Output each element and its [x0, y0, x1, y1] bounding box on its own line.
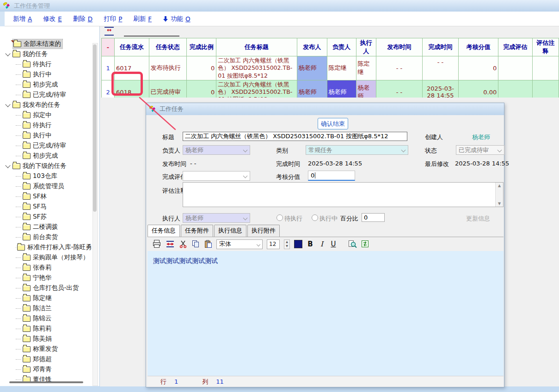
table-cell[interactable]: 0	[187, 80, 216, 98]
title-input[interactable]: 二次加工 内六角螺丝（铁黑色） XSDD250315002.TB-01 按图纸φ…	[183, 132, 407, 141]
table-cell[interactable]: 0	[458, 56, 498, 80]
column-header[interactable]: 任务状态	[149, 38, 187, 56]
table-cell[interactable]: - -	[376, 80, 422, 98]
tree-item[interactable]: 我发布的任务	[1, 100, 93, 110]
table-cell[interactable]: - -	[423, 56, 459, 80]
column-header[interactable]: 完成比例	[187, 38, 216, 56]
tree-vertical-scrollbar[interactable]	[92, 43, 98, 386]
tree-horizontal-scrollbar[interactable]	[3, 380, 92, 384]
tree-item[interactable]: 采购跟单（对接琴）	[1, 252, 93, 263]
task-content-editor[interactable]: 测试测试测试测试测试	[147, 251, 504, 376]
font-family-combobox[interactable]: 宋体	[216, 239, 263, 249]
tree-item[interactable]: 系统管理员	[1, 181, 93, 191]
preview-search-icon[interactable]	[348, 240, 357, 248]
chevron-down-icon[interactable]	[4, 52, 12, 57]
tab-exec-info[interactable]: 执行信息	[214, 225, 246, 237]
column-header[interactable]: -	[102, 38, 115, 56]
column-header[interactable]: 任务流水	[115, 38, 149, 56]
step-down-icon[interactable]: ▼	[284, 244, 289, 249]
tab-task-info[interactable]: 任务信息	[147, 225, 180, 237]
evaluation-combobox[interactable]	[183, 171, 250, 181]
tree-item[interactable]: 初步完成	[1, 151, 93, 161]
refresh-content-icon[interactable]	[361, 240, 369, 248]
tree-item[interactable]: 陈美娟	[1, 334, 93, 344]
percent-input[interactable]: 0	[362, 213, 385, 222]
table-cell[interactable]: 陈定继	[356, 56, 376, 80]
running-radio[interactable]	[312, 214, 318, 221]
tree-item[interactable]: 陈定继	[1, 293, 93, 303]
column-header[interactable]: 执行人	[356, 38, 376, 56]
margin-arrows-icon[interactable]	[166, 240, 175, 248]
column-header[interactable]: 负责人	[327, 38, 356, 56]
column-header[interactable]: 考核分值	[458, 38, 498, 56]
tree-item[interactable]: 二楼调拨	[1, 222, 93, 232]
underline-button[interactable]: U	[330, 240, 337, 248]
tree-item[interactable]: 已完成/待审	[1, 141, 93, 151]
tab-task-attachments[interactable]: 任务附件	[181, 225, 213, 237]
refresh-button[interactable]: 刷新F	[133, 15, 152, 23]
confirm-finish-button[interactable]: 确认结束	[318, 118, 348, 129]
delete-button[interactable]: 删除D	[73, 15, 92, 23]
font-size-stepper[interactable]: ▲▼	[284, 239, 290, 249]
tree-item[interactable]: 陈洁兰	[1, 303, 93, 313]
owner-combobox[interactable]: 杨老师	[183, 145, 250, 155]
bold-button[interactable]: B	[307, 240, 314, 248]
comment-textarea[interactable]: ▲ ▼	[183, 182, 504, 207]
font-color-swatch[interactable]	[294, 240, 302, 248]
table-cell[interactable]: 杨老师	[327, 80, 356, 98]
table-cell[interactable]	[532, 56, 559, 80]
paste-icon[interactable]	[204, 240, 212, 248]
table-cell[interactable]: 0.00	[458, 80, 498, 98]
column-resize-icon[interactable]: ↔	[104, 27, 114, 36]
print-icon[interactable]	[152, 240, 161, 248]
column-header[interactable]: 评估注释	[532, 38, 559, 56]
tree-item[interactable]: 待执行	[1, 120, 93, 130]
table-cell[interactable]: 二次加工 内六角螺丝（铁黑色） XSDD250315002.TB-01 按图纸φ…	[216, 80, 297, 98]
copy-icon[interactable]	[191, 240, 200, 248]
tree-item[interactable]: 初步完成	[1, 80, 93, 90]
column-header[interactable]: 任务标题	[216, 38, 297, 56]
table-cell[interactable]	[498, 80, 532, 98]
table-cell[interactable]: 杨老师	[297, 80, 327, 98]
column-header[interactable]: 发布人	[297, 38, 327, 56]
tree-item[interactable]: 执行中	[1, 69, 93, 80]
tree-item[interactable]: 郑德超	[1, 354, 93, 364]
table-cell[interactable]: 二次加工 内六角螺丝（铁黑色） XSDD250315002.TB-01 按图纸φ…	[216, 56, 297, 80]
font-size-input[interactable]: 12	[267, 239, 280, 249]
step-up-icon[interactable]: ▲	[284, 240, 289, 245]
table-cell[interactable]: 0	[187, 56, 216, 80]
table-cell[interactable]: 发布待执行	[149, 56, 187, 80]
chevron-down-icon[interactable]	[4, 164, 12, 169]
tree-item[interactable]: 邓青青	[1, 364, 93, 374]
table-cell[interactable]: - -	[376, 56, 422, 80]
tree-item[interactable]: 已完成/待审	[1, 90, 93, 100]
tree-item[interactable]: 我的下级的任务	[1, 161, 93, 171]
column-header[interactable]: 发布时间	[376, 38, 422, 56]
tree-item[interactable]: 仓库打包员-出货	[1, 283, 93, 293]
tree-item[interactable]: 全部未结束的	[1, 39, 93, 49]
tree-item[interactable]: 称重发货	[1, 344, 93, 354]
textarea-scrollbar[interactable]: ▲ ▼	[495, 183, 503, 207]
table-cell[interactable]	[532, 80, 559, 98]
column-header[interactable]: 完成时间	[423, 38, 459, 56]
table-cell[interactable]	[498, 56, 532, 80]
tree-item[interactable]: 执行中	[1, 130, 93, 141]
pending-radio[interactable]	[276, 214, 283, 221]
tab-exec-attachments[interactable]: 执行附件	[247, 225, 280, 237]
scrollbar-thumb[interactable]	[93, 44, 97, 212]
category-combobox[interactable]: 常规任务	[306, 145, 408, 155]
italic-button[interactable]: I	[318, 240, 326, 248]
tree-item[interactable]: 我的任务	[1, 49, 93, 59]
scroll-up-icon[interactable]: ▲	[496, 184, 503, 188]
tree-item[interactable]: 陈莉莉	[1, 324, 93, 334]
tree-item[interactable]: 陈锦云	[1, 313, 93, 324]
tree-item[interactable]: 拟定中	[1, 110, 93, 120]
tree-item[interactable]: 前台卖货	[1, 232, 93, 242]
executor-combobox[interactable]: 杨老师	[183, 213, 250, 223]
tree-item[interactable]: SF苏	[1, 212, 93, 222]
tree-item[interactable]: SF马	[1, 202, 93, 212]
status-combobox[interactable]: 已完成待审	[456, 145, 504, 155]
chevron-down-icon[interactable]	[4, 103, 12, 108]
cut-icon[interactable]	[179, 240, 187, 248]
table-cell[interactable]: 杨老师	[297, 56, 327, 80]
